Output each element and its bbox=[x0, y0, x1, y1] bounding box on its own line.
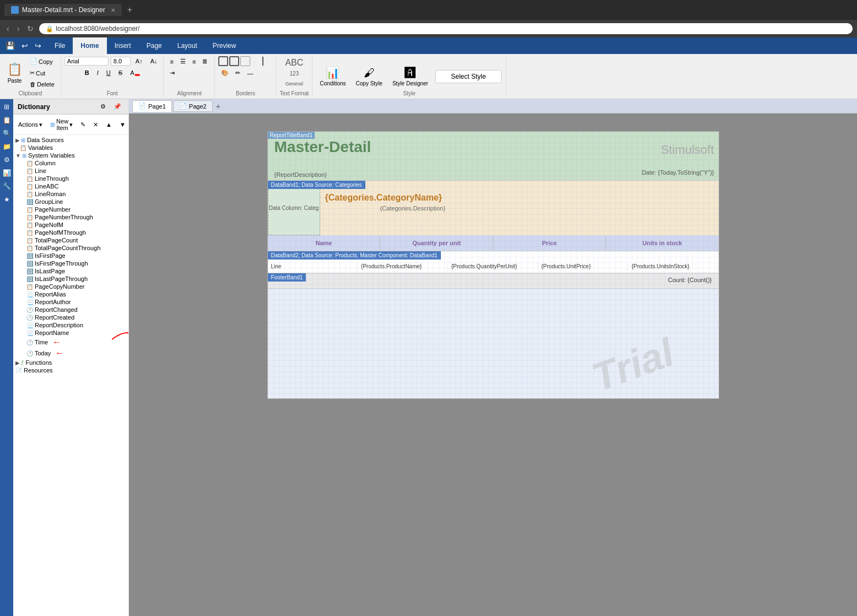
font-grow-button[interactable]: A↑ bbox=[133, 56, 145, 66]
ribbon-tab-file[interactable]: File bbox=[47, 37, 73, 54]
fill-color-button[interactable]: 🎨 bbox=[218, 68, 231, 78]
font-shrink-button[interactable]: A↓ bbox=[148, 56, 160, 66]
new-item-button[interactable]: ⊞ New Item ▾ bbox=[47, 116, 76, 133]
tree-item-functions[interactable]: ▶ ƒ Functions bbox=[13, 359, 128, 366]
italic-button[interactable]: I bbox=[94, 68, 101, 78]
tree-item-reportchanged[interactable]: 🕐 ReportChanged bbox=[13, 306, 128, 314]
back-button[interactable]: ‹ bbox=[4, 23, 12, 34]
font-size-input[interactable] bbox=[111, 57, 131, 66]
tree-item-line[interactable]: 📋 Line bbox=[13, 167, 128, 175]
active-tab[interactable]: Master-Detail.mrt - Designer ✕ bbox=[4, 4, 122, 16]
tab-close-button[interactable]: ✕ bbox=[111, 7, 115, 13]
copy-style-button[interactable]: 🖌 Copy Style bbox=[352, 65, 386, 88]
save-button[interactable]: 💾 bbox=[3, 40, 17, 51]
tree-item-pagenumber[interactable]: 📋 PageNumber bbox=[13, 206, 128, 213]
border-inner-button[interactable] bbox=[240, 56, 250, 66]
tree-item-time[interactable]: 🕐 Time ← bbox=[13, 337, 128, 348]
tree-item-lineroman[interactable]: 📋 LineRoman bbox=[13, 190, 128, 198]
dict-up-button[interactable]: ▲ bbox=[103, 120, 115, 129]
font-color-button[interactable]: A▂ bbox=[127, 67, 142, 78]
align-justify-button[interactable]: ≣ bbox=[200, 56, 210, 67]
tree-item-variables[interactable]: 📋 Variables bbox=[13, 144, 128, 152]
border-left-button[interactable] bbox=[262, 56, 272, 66]
url-bar[interactable]: 🔒 localhost:8080/webdesigner/ bbox=[39, 23, 853, 34]
strikethrough-button[interactable]: S bbox=[116, 68, 125, 78]
paste-button[interactable]: 📋 Paste bbox=[3, 61, 26, 85]
ribbon-tab-page[interactable]: Page bbox=[139, 37, 170, 54]
dict-pin-button[interactable]: 📌 bbox=[111, 101, 124, 112]
border-all-button[interactable] bbox=[218, 56, 228, 66]
dict-down-button[interactable]: ▼ bbox=[117, 120, 128, 129]
tree-item-isfirstpagethrough[interactable]: 🔢 IsFirstPageThrough bbox=[13, 260, 128, 267]
tree-item-reportcreated[interactable]: 🕐 ReportCreated bbox=[13, 314, 128, 321]
title-band-label: ReportTitleBand1 bbox=[268, 132, 315, 139]
actions-dropdown-button[interactable]: Actions ▾ bbox=[15, 120, 45, 130]
border-outer-button[interactable] bbox=[229, 56, 239, 66]
refresh-button[interactable]: ↻ bbox=[25, 23, 36, 34]
text-format-button[interactable]: ABC123General bbox=[281, 56, 307, 89]
align-right-button[interactable]: ≡ bbox=[190, 57, 198, 67]
conditions-button[interactable]: 📊 Conditions bbox=[316, 64, 349, 88]
align-indent-button[interactable]: ⇥ bbox=[167, 68, 177, 78]
tree-item-system-variables[interactable]: ▼ ⊞ System Variables bbox=[13, 152, 128, 159]
dict-settings-button[interactable]: ⚙ bbox=[98, 101, 109, 112]
left-icon-1[interactable]: ⊞ bbox=[1, 101, 13, 112]
left-icon-6[interactable]: 📊 bbox=[1, 167, 13, 179]
ribbon-tab-preview[interactable]: Preview bbox=[205, 37, 244, 54]
tree-item-pagecopynumber[interactable]: 📋 PageCopyNumber bbox=[13, 283, 128, 290]
tree-item-pagenofmthrough[interactable]: 📋 PageNofMThrough bbox=[13, 229, 128, 236]
border-color-button[interactable]: ✏ bbox=[233, 68, 243, 78]
page-tab-2[interactable]: 📄 Page2 bbox=[173, 100, 213, 112]
tree-item-linethrough[interactable]: 📋 LineThrough bbox=[13, 175, 128, 182]
tree-item-data-sources[interactable]: ▶ ⊞ Data Sources bbox=[13, 136, 128, 144]
tree-item-reportdescription[interactable]: 📃 ReportDescription bbox=[13, 321, 128, 329]
tree-item-islastpage[interactable]: 🔢 IsLastPage bbox=[13, 267, 128, 275]
tree-item-totalpagecountthrough[interactable]: 📋 TotalPageCountThrough bbox=[13, 244, 128, 252]
tree-item-resources[interactable]: 📄 Resources bbox=[13, 366, 128, 374]
add-page-button[interactable]: + bbox=[214, 102, 223, 111]
tree-item-today[interactable]: 🕐 Today ← bbox=[13, 348, 128, 359]
watermark-text: Trial bbox=[586, 329, 680, 401]
redo-button[interactable]: ↪ bbox=[33, 40, 44, 51]
tree-item-column[interactable]: 📋 Column bbox=[13, 159, 128, 167]
border-none-button[interactable] bbox=[251, 56, 261, 66]
border-style-button[interactable]: — bbox=[244, 68, 256, 78]
tree-item-islastpagethrough[interactable]: 🔢 IsLastPageThrough bbox=[13, 275, 128, 283]
left-icon-4[interactable]: 📁 bbox=[1, 141, 13, 152]
copy-button[interactable]: 📄 Copy bbox=[27, 56, 57, 67]
undo-button[interactable]: ↩ bbox=[19, 40, 30, 51]
new-tab-button[interactable]: + bbox=[124, 5, 136, 15]
left-icon-3[interactable]: 🔍 bbox=[1, 128, 13, 139]
tree-item-pagenumberthrough[interactable]: 📋 PageNumberThrough bbox=[13, 213, 128, 221]
left-icon-2[interactable]: 📋 bbox=[1, 115, 13, 126]
select-style-box[interactable]: Select Style bbox=[435, 70, 502, 83]
page-tab-1[interactable]: 📄 Page1 bbox=[132, 100, 172, 112]
forward-button[interactable]: › bbox=[15, 23, 22, 34]
tab-bar: Master-Detail.mrt - Designer ✕ + bbox=[4, 4, 136, 16]
tree-item-reportname[interactable]: 📃 ReportName bbox=[13, 329, 128, 337]
tree-item-lineabc[interactable]: 📋 LineABC bbox=[13, 182, 128, 190]
left-icon-5[interactable]: ⚙ bbox=[1, 154, 13, 165]
tree-item-isfirstpage[interactable]: 🔢 IsFirstPage bbox=[13, 252, 128, 260]
align-center-button[interactable]: ☰ bbox=[177, 56, 188, 67]
left-icon-7[interactable]: 🔧 bbox=[1, 181, 13, 192]
underline-button[interactable]: U bbox=[104, 68, 114, 78]
tree-item-totalpagecount[interactable]: 📋 TotalPageCount bbox=[13, 236, 128, 244]
ribbon-tab-layout[interactable]: Layout bbox=[170, 37, 205, 54]
canvas-area[interactable]: 📄 Page1 📄 Page2 + ReportTitleBand1 Maste… bbox=[129, 99, 857, 616]
dict-delete-button[interactable]: ✕ bbox=[90, 120, 101, 130]
tree-item-pagenofm[interactable]: 📋 PageNofM bbox=[13, 221, 128, 229]
tree-item-reportauthor[interactable]: 📃 ReportAuthor bbox=[13, 298, 128, 306]
ribbon-tab-home[interactable]: Home bbox=[73, 37, 106, 54]
delete-button[interactable]: 🗑 Delete bbox=[27, 79, 57, 89]
left-icon-8[interactable]: ★ bbox=[1, 194, 13, 205]
tree-item-reportalias[interactable]: 📃 ReportAlias bbox=[13, 290, 128, 298]
tree-item-groupline[interactable]: 🔢 GroupLine bbox=[13, 198, 128, 206]
style-designer-button[interactable]: 🅰 Style Designer bbox=[389, 65, 432, 88]
dict-edit-button[interactable]: ✎ bbox=[78, 120, 88, 130]
align-left-button[interactable]: ≡ bbox=[167, 57, 176, 67]
font-name-input[interactable] bbox=[64, 57, 109, 66]
bold-button[interactable]: B bbox=[82, 68, 92, 78]
ribbon-tab-insert[interactable]: Insert bbox=[107, 37, 139, 54]
cut-button[interactable]: ✂ Cut bbox=[27, 68, 57, 78]
